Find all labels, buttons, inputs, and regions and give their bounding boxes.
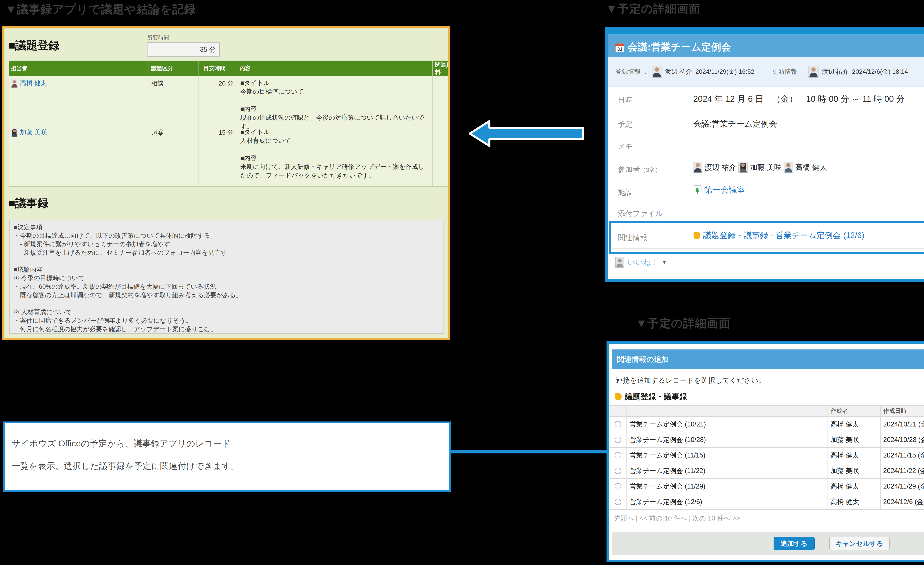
like-row[interactable]: いいね！ ▼ (615, 257, 667, 268)
updated-label: 更新情報 ： (772, 67, 805, 76)
related-link[interactable]: 議題登録・議事録 - 営業チーム定例会 (12/6) (703, 230, 864, 241)
like-label[interactable]: いいね！ (627, 257, 659, 267)
schedule-title-wrap: 31 会議:営業チーム定例会 (615, 40, 731, 54)
app-name: 議題登録・議事録 (625, 391, 687, 402)
agenda-table: 担当者 議題区分 目安時間 内容 関連資料 高橋 健太 相談 20 分 ■タイト… (9, 61, 450, 187)
record-row: 営業チーム定例会 (11/15) 高橋 健太 2024/11/15 (金) 13… (609, 448, 924, 463)
person-link[interactable]: 加藤 美咲 (20, 128, 47, 136)
record-created: 2024/11/29 (金) 13:24 (880, 479, 924, 494)
radio-cell (609, 448, 627, 463)
minutes-line: ・現在、60%の達成率。新規の契約が目標値を大幅に下回っている状況。 (14, 282, 440, 291)
radio-button[interactable] (615, 483, 621, 490)
content-line: ■内容 (240, 105, 429, 113)
radio-button[interactable] (615, 452, 621, 459)
participants-value: 渡辺 祐介 加藤 美咲 高橋 健太 (693, 162, 827, 173)
radio-button[interactable] (615, 468, 621, 474)
dialog-instruction: 連携を追加するレコードを選択してください。 (616, 376, 765, 385)
avatar (11, 128, 18, 137)
material-cell (432, 76, 450, 125)
person-link[interactable]: 高橋 健太 (20, 79, 47, 87)
schedule-title: 会議:営業チーム定例会 (628, 40, 731, 54)
chevron-down-icon[interactable]: ▼ (662, 259, 667, 265)
updated-user: 渡辺 祐介 (822, 67, 849, 76)
registered-label: 登録情報 ： (615, 67, 648, 76)
radio-button[interactable] (615, 421, 621, 427)
facility-link[interactable]: 第一会議室 (704, 184, 745, 195)
meta-row: 登録情報 ： 渡辺 祐介 2024/11/29(金) 16:52 更新情報 ： … (608, 57, 924, 87)
material-cell (432, 126, 450, 186)
col-content: 内容 (237, 61, 432, 76)
col-material: 関連資料 (432, 61, 450, 76)
col-created: 作成日時 (880, 406, 924, 416)
pagination[interactable]: 先頭へ | << 前の 10 件へ | 次の 10 件へ >> (614, 514, 740, 523)
record-title: 営業チーム定例会 (11/22) (627, 463, 828, 478)
related-label: 関連情報 (618, 232, 647, 243)
registered-user: 渡辺 祐介 (665, 67, 692, 76)
avatar (808, 66, 819, 78)
record-row: 営業チーム定例会 (11/22) 加藤 美咲 2024/11/22 (金) 14… (609, 463, 924, 479)
time-cell: 20 分 (198, 76, 237, 125)
record-author: 加藤 美咲 (828, 463, 880, 478)
minutes-line: ■決定事項 (14, 223, 440, 231)
row-divider (608, 158, 924, 158)
agenda-row: 加藤 美咲 起案 15 分 ■タイトル 人材育成について ■内容 来期に向けて、… (9, 126, 450, 187)
row-divider (608, 181, 924, 181)
meeting-room-icon (693, 185, 702, 195)
minutes-box: ■決定事項 ・今期の目標達成に向けて、以下の改善策について具体的に検討する。 -… (9, 220, 444, 334)
radio-cell (609, 417, 627, 432)
facility-label: 施設 (618, 187, 633, 197)
heading-right-bottom: ▼予定の詳細画面 (636, 315, 730, 331)
agenda-row: 高橋 健太 相談 20 分 ■タイトル 今期の目標値について ■内容 現在の達成… (9, 76, 450, 126)
avatar (11, 79, 18, 88)
row-divider (608, 135, 924, 135)
record-author: 高橋 健太 (828, 417, 880, 432)
minutes-line: ・何月に何名程度の協力が必要を確認し、アップデート案に盛りこむ。 (14, 325, 440, 333)
record-title: 営業チーム定例会 (10/21) (627, 417, 828, 432)
category-cell: 相談 (148, 76, 198, 125)
record-author: 高橋 健太 (828, 494, 880, 510)
attachment-label: 添付ファイル (618, 208, 663, 219)
radio-button[interactable] (615, 499, 621, 505)
record-title: 営業チーム定例会 (11/29) (627, 479, 828, 494)
participant-name: 高橋 健太 (795, 162, 827, 172)
col-time: 目安時間 (198, 61, 237, 76)
participants-label-wrap: 参加者（3名） (618, 164, 661, 174)
minutes-line: - 新規案件に繋がりやすいセミナーの参加者を増やす (14, 240, 440, 248)
content-line: ■内容 (240, 154, 429, 162)
time-cell: 15 分 (198, 126, 237, 186)
agenda-title: ■議題登録 (9, 38, 60, 53)
content-line: 来期に向けて、新人研修・キャリア研修アップデート案を作成したので、フィードバック… (240, 162, 429, 180)
content-cell: ■タイトル 今期の目標値について ■内容 現在の達成状況の確認と、今後の対応策に… (237, 76, 432, 125)
minutes-title: ■議事録 (9, 196, 48, 211)
minutes-line (14, 299, 440, 308)
plan-value: 会議:営業チーム定例会 (693, 118, 777, 129)
content-line (240, 145, 429, 154)
participant-name: 渡辺 祐介 (705, 162, 736, 172)
agenda-table-header: 担当者 議題区分 目安時間 内容 関連資料 (9, 61, 450, 76)
content-line: ■タイトル (240, 78, 429, 87)
col-person: 担当者 (9, 61, 148, 76)
person-icon (615, 257, 624, 268)
radio-button[interactable] (615, 437, 621, 443)
category-cell: 起案 (148, 126, 198, 186)
record-created: 2024/12/6 (金) 14:09 (880, 494, 924, 510)
radio-cell (609, 479, 627, 494)
avatar (693, 162, 702, 173)
dialog-title: 関連情報の追加 (612, 349, 924, 369)
titlebar-top-strip (608, 30, 924, 34)
datetime-label: 日時 (618, 95, 633, 105)
minutes-line (14, 257, 440, 265)
add-button[interactable]: 追加する (774, 537, 814, 550)
records-table: 作成者 作成日時 営業チーム定例会 (10/21) 高橋 健太 2024/10/… (609, 405, 924, 510)
callout-line: 一覧を表示、選択した議事録を予定に関連付けできます。 (12, 460, 239, 472)
cancel-button[interactable]: キャンセルする (830, 537, 890, 550)
row-divider (612, 249, 924, 249)
updated-datetime: 2024/12/6(金) 18:14 (852, 67, 908, 76)
heading-left: ▼議事録アプリで議題や結論を記録 (5, 1, 196, 17)
duration-input[interactable] (147, 42, 219, 57)
minutes-line: ① 今季の目標時について (14, 274, 440, 282)
record-author: 高橋 健太 (828, 479, 880, 494)
record-row: 営業チーム定例会 (11/29) 高橋 健太 2024/11/29 (金) 13… (609, 479, 924, 494)
col-select (609, 406, 627, 416)
content-cell: ■タイトル 人材育成について ■内容 来期に向けて、新人研修・キャリア研修アップ… (237, 126, 432, 186)
